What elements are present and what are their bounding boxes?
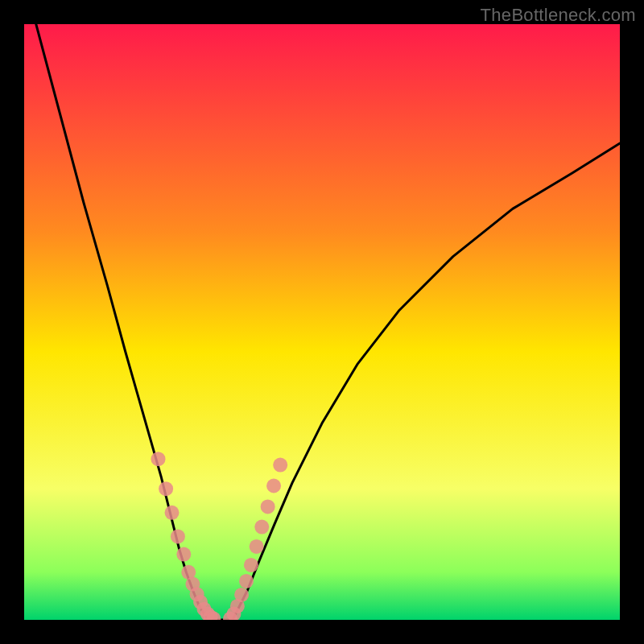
marker-dot [165, 506, 180, 520]
marker-dot [266, 479, 281, 493]
marker-dot [261, 499, 275, 514]
marker-dot [239, 574, 254, 588]
marker-dot [151, 452, 166, 466]
bottleneck-chart [24, 24, 620, 620]
gradient-background [24, 24, 620, 620]
marker-dot [254, 520, 269, 535]
marker-dot [273, 458, 287, 473]
marker-dot [159, 481, 173, 496]
marker-dot [234, 588, 249, 602]
marker-dot [244, 558, 258, 572]
marker-dot [176, 547, 191, 562]
marker-dot [171, 529, 185, 543]
marker-dot [250, 539, 264, 554]
watermark: TheBottleneck.com [481, 5, 636, 26]
chart-frame [24, 24, 620, 620]
